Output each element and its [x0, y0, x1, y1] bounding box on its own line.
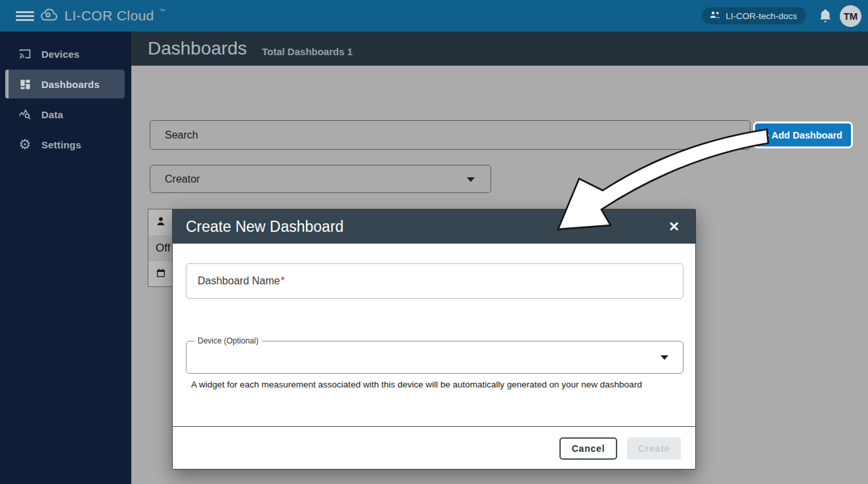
device-select-label: Device (Optional)	[194, 336, 262, 345]
card-date-row	[148, 261, 172, 287]
card-creator-row	[148, 209, 172, 235]
card-title-partial: Off	[156, 242, 170, 255]
sidebar-item-devices[interactable]: Devices	[0, 39, 131, 68]
org-name: LI-COR-tech-docs	[726, 11, 797, 21]
dashboard-name-label: Dashboard Name	[198, 275, 280, 287]
cast-icon	[18, 47, 32, 60]
gear-icon: ⚙	[18, 138, 32, 151]
dashboard-icon	[18, 77, 32, 91]
creator-filter-select[interactable]: Creator	[150, 165, 491, 193]
create-dashboard-modal: Create New Dashboard ✕ Dashboard Name* D…	[172, 209, 696, 470]
chevron-down-icon	[467, 177, 475, 182]
modal-title: Create New Dashboard	[186, 218, 343, 236]
dashboard-count: Total Dashboards 1	[262, 46, 353, 57]
device-select[interactable]: Device (Optional)	[186, 341, 684, 374]
chevron-down-icon	[661, 355, 668, 360]
query-stats-icon	[18, 108, 32, 121]
sidebar-item-label: Devices	[41, 49, 79, 60]
calendar-icon	[156, 268, 166, 281]
dashboard-name-field[interactable]: Dashboard Name*	[186, 263, 684, 299]
bell-icon[interactable]	[818, 8, 833, 24]
sidebar-item-data[interactable]: Data	[0, 100, 131, 129]
hamburger-menu-icon[interactable]	[16, 11, 34, 21]
search-input[interactable]	[150, 120, 750, 150]
page-header: Dashboards Total Dashboards 1	[131, 32, 868, 66]
org-selector[interactable]: LI-COR-tech-docs	[702, 7, 806, 24]
sidebar-item-label: Data	[41, 109, 63, 120]
cloud-logo-icon	[39, 6, 59, 26]
sidebar-item-label: Dashboards	[41, 79, 100, 90]
creator-filter-label: Creator	[165, 173, 200, 185]
sidebar-item-label: Settings	[41, 139, 81, 150]
modal-footer: Cancel Create	[173, 426, 695, 470]
person-icon	[156, 216, 166, 229]
device-helper-text: A widget for each measurement associated…	[191, 380, 677, 389]
brand-trademark: ™	[160, 8, 165, 14]
cancel-button[interactable]: Cancel	[559, 437, 617, 460]
modal-header: Create New Dashboard ✕	[173, 209, 695, 244]
card-title-row: Off	[148, 235, 172, 261]
add-dashboard-button[interactable]: + Add Dashboard	[755, 123, 851, 146]
brand: LI-COR Cloud ™	[39, 0, 165, 32]
sidebar: Devices Dashboards Data ⚙ Settings	[0, 32, 131, 484]
avatar[interactable]: TM	[840, 5, 861, 27]
dashboard-card-partial[interactable]: Off	[148, 209, 173, 287]
people-icon	[709, 10, 721, 22]
create-button[interactable]: Create	[627, 437, 681, 460]
topbar: LI-COR Cloud ™ LI-COR-tech-docs TM	[0, 0, 868, 32]
close-icon[interactable]: ✕	[668, 220, 680, 233]
required-asterisk: *	[280, 275, 284, 287]
brand-name: LI-COR Cloud	[64, 8, 154, 24]
sidebar-item-settings[interactable]: ⚙ Settings	[0, 130, 131, 159]
sidebar-item-dashboards[interactable]: Dashboards	[5, 70, 125, 99]
page-title: Dashboards	[148, 38, 247, 59]
